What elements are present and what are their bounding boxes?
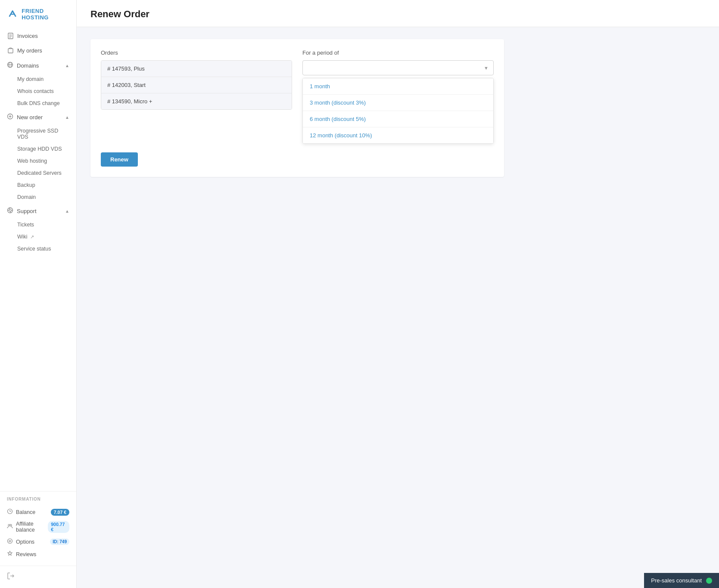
- reviews-row[interactable]: Reviews: [7, 548, 69, 560]
- support-label: Support: [17, 208, 37, 214]
- sidebar-item-tickets[interactable]: Tickets: [0, 219, 76, 231]
- options-label: Options: [16, 539, 34, 545]
- sidebar-item-dedicated-servers[interactable]: Dedicated Servers: [0, 167, 76, 179]
- period-label: For a period of: [302, 50, 494, 56]
- sidebar-item-backup[interactable]: Backup: [0, 179, 76, 191]
- period-column: For a period of 1 month 3 month (discoun…: [302, 50, 494, 144]
- sidebar-item-progressive-ssd-vds[interactable]: Progressive SSD VDS: [0, 125, 76, 143]
- new-order-icon: [7, 113, 13, 121]
- logo[interactable]: FRIEND HOSTING: [0, 0, 76, 27]
- svg-point-21: [10, 524, 12, 526]
- sidebar-group-domains[interactable]: Domains ▲: [0, 58, 76, 73]
- presales-online-indicator: [706, 578, 712, 584]
- dropdown-option-6month[interactable]: 6 month (discount 5%): [303, 111, 493, 127]
- order-item-3[interactable]: # 134590, Micro +: [101, 93, 292, 109]
- orders-list: # 147593, Plus # 142003, Start # 134590,…: [101, 60, 292, 110]
- options-badge: ID: 749: [50, 538, 69, 545]
- form-top-row: Orders # 147593, Plus # 142003, Start # …: [101, 50, 494, 144]
- sidebar-item-my-orders[interactable]: My orders: [0, 43, 76, 58]
- sidebar-item-wiki[interactable]: Wiki ↗: [0, 231, 76, 243]
- balance-badge: 7.07 €: [51, 509, 69, 516]
- sidebar-item-storage-hdd-vds[interactable]: Storage HDD VDS: [0, 143, 76, 155]
- logo-icon: [7, 8, 18, 20]
- affiliate-balance-row[interactable]: Affiliate balance 900.77 €: [7, 518, 69, 535]
- sidebar-item-web-hosting[interactable]: Web hosting: [0, 155, 76, 167]
- dropdown-option-12month[interactable]: 12 month (discount 10%): [303, 127, 493, 143]
- my-orders-label: My orders: [17, 47, 42, 54]
- balance-icon: [7, 508, 13, 516]
- svg-point-23: [8, 539, 12, 544]
- sidebar-item-domain[interactable]: Domain: [0, 191, 76, 203]
- logout-button[interactable]: [0, 566, 76, 588]
- dropdown-option-3month[interactable]: 3 month (discount 3%): [303, 95, 493, 111]
- balance-row[interactable]: Balance 7.07 €: [7, 506, 69, 518]
- invoices-icon: [7, 32, 14, 39]
- dropdown-option-1month[interactable]: 1 month: [303, 78, 493, 95]
- orders-column: Orders # 147593, Plus # 142003, Start # …: [101, 50, 292, 110]
- page-title: Renew Order: [90, 9, 705, 20]
- wiki-external-icon: ↗: [30, 234, 34, 239]
- options-icon: [7, 538, 13, 545]
- new-order-chevron: ▲: [65, 115, 69, 120]
- sidebar: FRIEND HOSTING Invoices My orders Domain…: [0, 0, 77, 588]
- period-select-wrapper: 1 month 3 month (discount 3%) 6 month (d…: [302, 60, 494, 75]
- page-header: Renew Order: [77, 0, 719, 27]
- sidebar-item-invoices[interactable]: Invoices: [0, 28, 76, 43]
- domains-label: Domains: [17, 62, 39, 69]
- my-orders-icon: [7, 47, 14, 54]
- sidebar-item-bulk-dns-change[interactable]: Bulk DNS change: [0, 97, 76, 109]
- information-label: INFORMATION: [7, 497, 69, 501]
- period-dropdown-open: 1 month 3 month (discount 3%) 6 month (d…: [302, 78, 494, 144]
- invoices-label: Invoices: [17, 33, 38, 39]
- logo-text: FRIEND HOSTING: [22, 8, 69, 21]
- sidebar-item-whois-contacts[interactable]: Whois contacts: [0, 85, 76, 97]
- sidebar-item-my-domain[interactable]: My domain: [0, 73, 76, 85]
- svg-point-22: [9, 540, 11, 542]
- svg-rect-4: [8, 49, 13, 53]
- svg-point-20: [8, 524, 10, 526]
- presales-label: Pre-sales consultant: [651, 577, 702, 584]
- affiliate-icon: [7, 523, 13, 531]
- sidebar-group-new-order[interactable]: New order ▲: [0, 109, 76, 125]
- affiliate-balance-label: Affiliate balance: [16, 521, 48, 533]
- order-item-1[interactable]: # 147593, Plus: [101, 61, 292, 77]
- support-chevron: ▲: [65, 209, 69, 214]
- domains-chevron: ▲: [65, 63, 69, 68]
- presales-consultant[interactable]: Pre-sales consultant: [644, 573, 719, 588]
- reviews-label: Reviews: [16, 551, 36, 557]
- sidebar-information: INFORMATION Balance 7.07 € Affiliate bal…: [0, 491, 76, 566]
- balance-label: Balance: [16, 509, 35, 515]
- domains-icon: [7, 62, 13, 69]
- affiliate-balance-value: 900.77 €: [48, 521, 69, 533]
- sidebar-item-service-status[interactable]: Service status: [0, 243, 76, 255]
- sidebar-navigation: Invoices My orders Domains ▲ My domain W…: [0, 27, 76, 491]
- new-order-label: New order: [17, 114, 43, 121]
- options-row[interactable]: Options ID: 749: [7, 535, 69, 548]
- orders-label: Orders: [101, 50, 292, 56]
- main-body: Orders # 147593, Plus # 142003, Start # …: [77, 27, 719, 189]
- sidebar-group-support[interactable]: Support ▲: [0, 203, 76, 219]
- svg-point-12: [9, 209, 11, 211]
- period-select[interactable]: 1 month 3 month (discount 3%) 6 month (d…: [302, 60, 494, 75]
- order-item-2[interactable]: # 142003, Start: [101, 77, 292, 93]
- renew-order-card: Orders # 147593, Plus # 142003, Start # …: [90, 39, 504, 177]
- renew-button[interactable]: Renew: [101, 152, 138, 167]
- main-content: Renew Order Orders # 147593, Plus # 1420…: [77, 0, 719, 588]
- support-icon: [7, 207, 13, 215]
- reviews-icon: [7, 551, 13, 558]
